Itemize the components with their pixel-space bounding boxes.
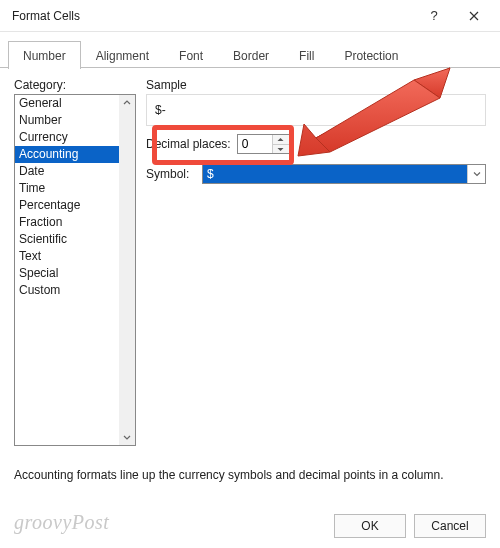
tab-fill[interactable]: Fill bbox=[284, 41, 329, 69]
sample-box: $- bbox=[146, 94, 486, 126]
chevron-up-icon bbox=[123, 99, 131, 107]
caret-down-icon bbox=[277, 147, 284, 152]
symbol-label: Symbol: bbox=[146, 167, 196, 181]
dialog-body: Category: General Number Currency Accoun… bbox=[0, 68, 500, 446]
list-item[interactable]: Time bbox=[15, 180, 119, 197]
watermark: groovyPost bbox=[14, 511, 109, 534]
list-item[interactable]: Scientific bbox=[15, 231, 119, 248]
list-item[interactable]: Fraction bbox=[15, 214, 119, 231]
scroll-down-button[interactable] bbox=[119, 429, 135, 445]
sample-label: Sample bbox=[146, 78, 486, 92]
scroll-up-button[interactable] bbox=[119, 95, 135, 111]
scrollbar[interactable] bbox=[119, 95, 135, 445]
spin-down-button[interactable] bbox=[273, 144, 289, 153]
tab-alignment[interactable]: Alignment bbox=[81, 41, 164, 69]
settings-panel: Sample $- Decimal places: Symbol: bbox=[146, 78, 486, 446]
category-items: General Number Currency Accounting Date … bbox=[15, 95, 119, 445]
list-item[interactable]: Number bbox=[15, 112, 119, 129]
caret-up-icon bbox=[277, 137, 284, 142]
list-item[interactable]: Percentage bbox=[15, 197, 119, 214]
tab-border[interactable]: Border bbox=[218, 41, 284, 69]
close-icon bbox=[469, 11, 479, 21]
category-listbox[interactable]: General Number Currency Accounting Date … bbox=[14, 94, 136, 446]
ok-button[interactable]: OK bbox=[334, 514, 406, 538]
list-item[interactable]: Accounting bbox=[15, 146, 119, 163]
window-title: Format Cells bbox=[12, 9, 414, 23]
category-label: Category: bbox=[14, 78, 136, 92]
tab-protection[interactable]: Protection bbox=[329, 41, 413, 69]
symbol-row: Symbol: $ bbox=[146, 164, 486, 184]
decimal-places-input[interactable] bbox=[238, 135, 272, 153]
list-item[interactable]: Special bbox=[15, 265, 119, 282]
sample-value: $- bbox=[155, 103, 166, 117]
symbol-combobox[interactable]: $ bbox=[202, 164, 486, 184]
list-item[interactable]: Text bbox=[15, 248, 119, 265]
spin-up-button[interactable] bbox=[273, 135, 289, 144]
tab-number[interactable]: Number bbox=[8, 41, 81, 69]
close-button[interactable] bbox=[454, 2, 494, 30]
decimal-places-stepper[interactable] bbox=[237, 134, 290, 154]
decimal-places-row: Decimal places: bbox=[146, 134, 486, 154]
symbol-value: $ bbox=[203, 165, 467, 183]
spinner-buttons bbox=[272, 135, 289, 153]
chevron-down-icon bbox=[473, 170, 481, 178]
format-description: Accounting formats line up the currency … bbox=[14, 468, 444, 482]
tabs: Number Alignment Font Border Fill Protec… bbox=[0, 32, 500, 68]
list-item[interactable]: General bbox=[15, 95, 119, 112]
symbol-dropdown-button[interactable] bbox=[467, 165, 485, 183]
list-item[interactable]: Date bbox=[15, 163, 119, 180]
title-bar: Format Cells ? bbox=[0, 0, 500, 32]
sample-group: Sample $- bbox=[146, 78, 486, 126]
list-item[interactable]: Currency bbox=[15, 129, 119, 146]
chevron-down-icon bbox=[123, 433, 131, 441]
decimal-places-label: Decimal places: bbox=[146, 137, 231, 151]
tab-font[interactable]: Font bbox=[164, 41, 218, 69]
category-panel: Category: General Number Currency Accoun… bbox=[14, 78, 136, 446]
cancel-button[interactable]: Cancel bbox=[414, 514, 486, 538]
help-button[interactable]: ? bbox=[414, 2, 454, 30]
list-item[interactable]: Custom bbox=[15, 282, 119, 299]
dialog-footer: OK Cancel bbox=[334, 514, 486, 538]
